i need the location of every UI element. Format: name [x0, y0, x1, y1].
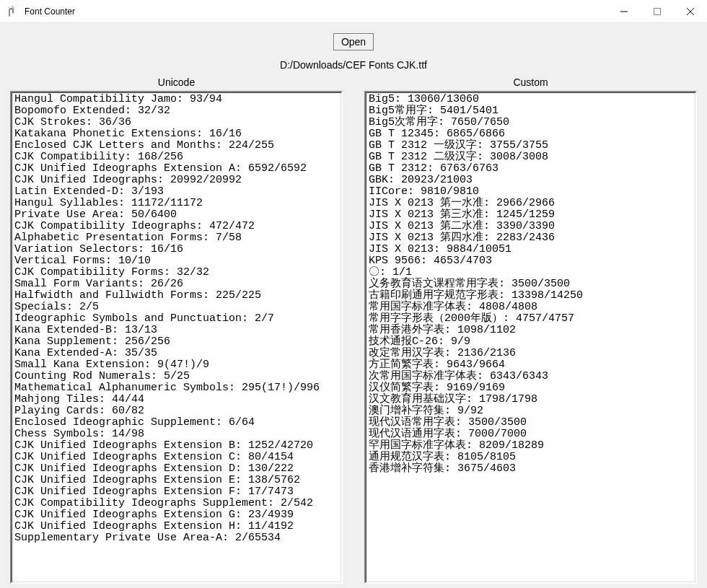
- list-item[interactable]: CJK Unified Ideographs Extension A: 6592…: [14, 163, 338, 175]
- list-item[interactable]: CJK Unified Ideographs: 20992/20992: [14, 175, 338, 186]
- list-item[interactable]: CJK Unified Ideographs Extension F: 17/7…: [14, 486, 338, 498]
- list-item[interactable]: CJK Unified Ideographs Extension D: 130/…: [14, 463, 338, 475]
- list-item[interactable]: 现代汉语常用字表: 3500/3500: [369, 417, 693, 429]
- list-item[interactable]: Vertical Forms: 10/10: [14, 255, 338, 267]
- svg-rect-0: [654, 8, 661, 14]
- list-item[interactable]: CJK Unified Ideographs Extension H: 11/4…: [14, 521, 338, 532]
- list-item[interactable]: 常用字字形表（2000年版）: 4757/4757: [369, 313, 693, 325]
- client-area: Open D:/Downloads/CEF Fonts CJK.ttf Unic…: [0, 23, 707, 588]
- unicode-header: Unicode: [10, 76, 343, 88]
- list-item[interactable]: CJK Unified Ideographs Extension E: 138/…: [14, 475, 338, 486]
- list-item[interactable]: Katakana Phonetic Extensions: 16/16: [14, 128, 338, 140]
- list-item[interactable]: CJK Compatibility Ideographs Supplement:…: [14, 498, 338, 509]
- list-item[interactable]: CJK Strokes: 36/36: [14, 117, 338, 128]
- list-item[interactable]: CJK Compatibility Ideographs: 472/472: [14, 221, 338, 232]
- list-item[interactable]: Variation Selectors: 16/16: [14, 244, 338, 255]
- list-item[interactable]: Latin Extended-D: 3/193: [14, 186, 338, 198]
- list-item[interactable]: 方正简繁字表: 9643/9664: [369, 359, 693, 371]
- open-button[interactable]: Open: [333, 33, 374, 51]
- list-item[interactable]: Big5常用字: 5401/5401: [369, 105, 693, 117]
- list-item[interactable]: 香港增补字符集: 3675/4603: [369, 463, 693, 475]
- list-item[interactable]: Counting Rod Numerals: 5/25: [14, 371, 338, 382]
- list-item[interactable]: JIS X 0213: 9884/10051: [369, 244, 693, 255]
- list-item[interactable]: GB T 2312: 6763/6763: [369, 163, 693, 175]
- list-item[interactable]: GB T 2312 一级汉字: 3755/3755: [369, 140, 693, 152]
- list-item[interactable]: 技术通报C-26: 9/9: [369, 336, 693, 348]
- list-item[interactable]: 古籍印刷通用字规范字形表: 13398/14250: [369, 290, 693, 302]
- window-title: Font Counter: [25, 6, 75, 17]
- list-item[interactable]: Halfwidth and Fullwidth Forms: 225/225: [14, 290, 338, 302]
- list-item[interactable]: Small Form Variants: 26/26: [14, 278, 338, 290]
- list-item[interactable]: 汉文教育用基础汉字: 1798/1798: [369, 394, 693, 405]
- list-item[interactable]: Ideographic Symbols and Punctuation: 2/7: [14, 313, 338, 325]
- list-item[interactable]: Hangul Compatibility Jamo: 93/94: [14, 94, 338, 105]
- list-item[interactable]: Big5: 13060/13060: [369, 94, 693, 105]
- list-item[interactable]: 澳门增补字符集: 9/92: [369, 405, 693, 417]
- custom-header: Custom: [364, 76, 697, 88]
- list-item[interactable]: Bopomofo Extended: 32/32: [14, 105, 338, 117]
- list-item[interactable]: JIS X 0213 第四水准: 2283/2436: [369, 232, 693, 244]
- list-item[interactable]: 汉仪简繁字表: 9169/9169: [369, 382, 693, 394]
- list-item[interactable]: Chess Symbols: 14/98: [14, 429, 338, 440]
- list-item[interactable]: Kana Extended-A: 35/35: [14, 348, 338, 359]
- list-item[interactable]: Playing Cards: 60/82: [14, 405, 338, 417]
- list-item[interactable]: Supplementary Private Use Area-A: 2/6553…: [14, 532, 338, 544]
- list-item[interactable]: Kana Supplement: 256/256: [14, 336, 338, 348]
- list-item[interactable]: GB T 12345: 6865/6866: [369, 128, 693, 140]
- list-item[interactable]: Specials: 2/5: [14, 302, 338, 313]
- maximize-button[interactable]: [641, 0, 674, 23]
- list-item[interactable]: Enclosed CJK Letters and Months: 224/255: [14, 140, 338, 152]
- title-bar: Font Counter: [0, 0, 707, 23]
- list-item[interactable]: JIS X 0213 第三水准: 1245/1259: [369, 209, 693, 221]
- list-item[interactable]: Big5次常用字: 7650/7650: [369, 117, 693, 128]
- list-item[interactable]: 〇: 1/1: [369, 267, 693, 278]
- list-item[interactable]: Mahjong Tiles: 44/44: [14, 394, 338, 405]
- list-item[interactable]: 义务教育语文课程常用字表: 3500/3500: [369, 278, 693, 290]
- list-item[interactable]: Small Kana Extension: 9(47!)/9: [14, 359, 338, 371]
- list-item[interactable]: Hangul Syllables: 11172/11172: [14, 198, 338, 209]
- list-item[interactable]: 次常用国字标准字体表: 6343/6343: [369, 371, 693, 382]
- minimize-button[interactable]: [607, 0, 641, 23]
- list-item[interactable]: 现代汉语通用字表: 7000/7000: [369, 429, 693, 440]
- list-item[interactable]: Kana Extended-B: 13/13: [14, 325, 338, 336]
- list-item[interactable]: Private Use Area: 50/6400: [14, 209, 338, 221]
- list-item[interactable]: Alphabetic Presentation Forms: 7/58: [14, 232, 338, 244]
- list-item[interactable]: Enclosed Ideographic Supplement: 6/64: [14, 417, 338, 429]
- list-item[interactable]: CJK Unified Ideographs Extension B: 1252…: [14, 440, 338, 452]
- list-item[interactable]: GBK: 20923/21003: [369, 175, 693, 186]
- list-item[interactable]: JIS X 0213 第一水准: 2966/2966: [369, 198, 693, 209]
- list-item[interactable]: 常用香港外字表: 1098/1102: [369, 325, 693, 336]
- list-item[interactable]: CJK Unified Ideographs Extension G: 23/4…: [14, 509, 338, 521]
- list-item[interactable]: 常用国字标准字体表: 4808/4808: [369, 302, 693, 313]
- list-item[interactable]: CJK Compatibility: 168/256: [14, 152, 338, 163]
- list-item[interactable]: CJK Compatibility Forms: 32/32: [14, 267, 338, 278]
- list-item[interactable]: Mathematical Alphanumeric Symbols: 295(1…: [14, 382, 338, 394]
- app-icon: [7, 6, 19, 17]
- unicode-listbox[interactable]: Hangul Compatibility Jamo: 93/94Bopomofo…: [10, 91, 343, 584]
- list-item[interactable]: 罕用国字标准字体表: 8209/18289: [369, 440, 693, 452]
- list-item[interactable]: 改定常用汉字表: 2136/2136: [369, 348, 693, 359]
- list-item[interactable]: KPS 9566: 4653/4703: [369, 255, 693, 267]
- list-item[interactable]: IICore: 9810/9810: [369, 186, 693, 198]
- list-item[interactable]: CJK Unified Ideographs Extension C: 80/4…: [14, 452, 338, 463]
- close-button[interactable]: [674, 0, 707, 23]
- list-item[interactable]: JIS X 0213 第二水准: 3390/3390: [369, 221, 693, 232]
- custom-listbox[interactable]: Big5: 13060/13060Big5常用字: 5401/5401Big5次…: [364, 91, 697, 584]
- file-path-label: D:/Downloads/CEF Fonts CJK.ttf: [10, 59, 697, 71]
- list-item[interactable]: 通用规范汉字表: 8105/8105: [369, 452, 693, 463]
- list-item[interactable]: GB T 2312 二级汉字: 3008/3008: [369, 152, 693, 163]
